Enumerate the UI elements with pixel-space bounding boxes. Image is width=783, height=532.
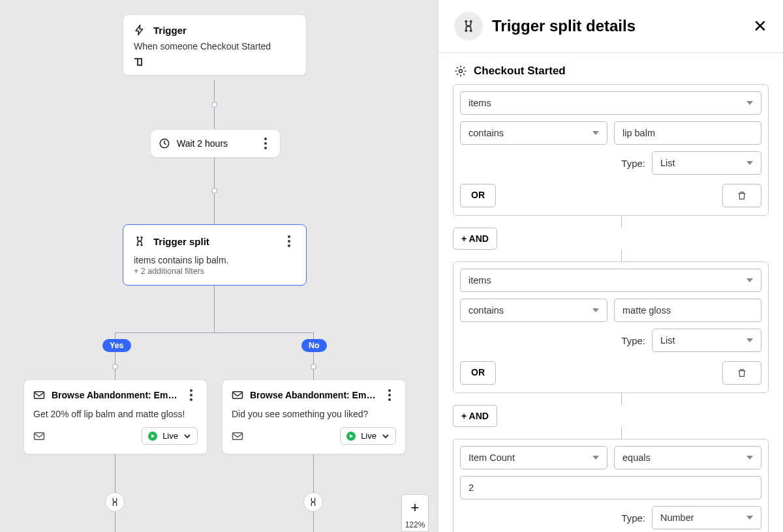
zoom-control: + 122% — [401, 494, 429, 532]
trash-icon — [737, 368, 747, 378]
email-card-yes[interactable]: Browse Abandonment: Email… Get 20% off l… — [23, 379, 207, 454]
value-input[interactable]: 2 — [460, 476, 761, 499]
split-icon — [308, 497, 318, 507]
field-select[interactable]: items — [460, 91, 761, 115]
or-button[interactable]: OR — [460, 361, 496, 385]
split-icon — [461, 19, 476, 33]
type-label: Type: — [621, 335, 645, 346]
chevron-down-icon — [746, 338, 753, 342]
lightning-icon — [134, 24, 146, 36]
email-card-no[interactable]: Browse Abandonment: Email… Did you see s… — [222, 379, 406, 454]
value-input[interactable]: lip balm — [614, 121, 761, 145]
chevron-down-icon — [592, 456, 599, 460]
connector — [115, 332, 314, 333]
filter-group: items contains lip balm Type: List OR — [453, 84, 769, 216]
trash-icon — [737, 190, 747, 201]
chevron-down-icon — [746, 161, 753, 165]
svg-rect-4 — [233, 432, 243, 439]
details-panel: Trigger split details ✕ Checkout Started… — [438, 0, 783, 532]
filter-icon — [134, 57, 143, 66]
connector-node — [211, 188, 217, 194]
zoom-percent: 122% — [405, 518, 425, 531]
chevron-down-icon — [592, 308, 599, 312]
mail-icon — [33, 431, 45, 441]
type-label: Type: — [621, 158, 645, 169]
operator-select[interactable]: contains — [460, 299, 607, 322]
chevron-down-icon — [746, 456, 753, 460]
close-button[interactable]: ✕ — [753, 16, 767, 37]
split-menu-button[interactable] — [283, 234, 296, 248]
split-node-button[interactable] — [303, 492, 323, 512]
delete-button[interactable] — [722, 184, 761, 207]
status-label: Live — [361, 431, 376, 441]
svg-rect-1 — [35, 392, 44, 399]
email-menu-button[interactable] — [185, 388, 198, 402]
branch-yes-badge: Yes — [102, 339, 131, 352]
email-desc: Did you see something you liked? — [232, 409, 396, 419]
filter-group: Item Count equals 2 Type: Number OR — [453, 439, 769, 532]
trigger-label: Trigger — [153, 25, 187, 36]
field-select[interactable]: items — [460, 269, 761, 292]
email-desc: Get 20% off lip balm and matte gloss! — [33, 409, 198, 419]
type-label: Type: — [621, 512, 645, 524]
split-desc: items contains lip balm. — [134, 255, 296, 265]
filter-group: items contains matte gloss Type: List OR — [453, 261, 769, 393]
branch-no-badge: No — [301, 339, 327, 352]
gear-icon — [454, 65, 467, 78]
play-icon — [346, 432, 356, 441]
type-select[interactable]: Number — [652, 506, 761, 529]
connector — [214, 286, 215, 332]
wait-card[interactable]: Wait 2 hours — [150, 129, 281, 158]
trigger-card[interactable]: Trigger When someone Checkout Started — [123, 14, 307, 76]
mail-icon — [232, 390, 243, 400]
chevron-down-icon — [183, 432, 191, 440]
field-select[interactable]: Item Count — [460, 446, 607, 469]
or-button[interactable]: OR — [460, 184, 496, 207]
email-title: Browse Abandonment: Email… — [250, 390, 376, 400]
trigger-split-card[interactable]: Trigger split items contains lip balm. +… — [123, 224, 307, 286]
split-node-button[interactable] — [105, 492, 125, 512]
email-title: Browse Abandonment: Email… — [52, 390, 178, 400]
type-select[interactable]: List — [652, 329, 761, 352]
svg-rect-2 — [35, 432, 44, 439]
chevron-down-icon — [382, 432, 390, 440]
chevron-down-icon — [746, 516, 753, 520]
connector-node — [211, 102, 217, 108]
connector-node — [311, 364, 316, 370]
zoom-in-button[interactable]: + — [402, 497, 428, 518]
chevron-down-icon — [746, 101, 753, 105]
split-icon — [134, 235, 146, 247]
svg-point-5 — [459, 70, 463, 73]
and-button[interactable]: + AND — [453, 405, 497, 427]
panel-title: Trigger split details — [492, 17, 636, 35]
value-input[interactable]: matte gloss — [614, 299, 761, 322]
wait-label: Wait 2 hours — [177, 138, 228, 149]
panel-icon — [454, 12, 483, 40]
clock-icon — [159, 138, 170, 149]
status-dropdown[interactable]: Live — [142, 427, 198, 445]
chevron-down-icon — [592, 131, 599, 135]
section-title: Checkout Started — [474, 65, 566, 78]
type-select[interactable]: List — [652, 151, 761, 175]
delete-button[interactable] — [722, 361, 761, 385]
mail-icon — [33, 390, 45, 400]
status-dropdown[interactable]: Live — [340, 427, 396, 445]
split-sub: + 2 additional filters — [134, 267, 296, 276]
and-button[interactable]: + AND — [453, 228, 497, 250]
mail-icon — [232, 431, 243, 441]
connector-node — [112, 364, 118, 370]
trigger-desc: When someone Checkout Started — [134, 41, 296, 52]
email-menu-button[interactable] — [383, 388, 396, 402]
play-icon — [148, 432, 157, 441]
split-icon — [110, 497, 120, 507]
status-label: Live — [162, 431, 178, 441]
operator-select[interactable]: contains — [460, 121, 607, 145]
flow-canvas[interactable]: Trigger When someone Checkout Started Wa… — [0, 0, 438, 532]
svg-rect-3 — [233, 392, 243, 399]
operator-select[interactable]: equals — [614, 446, 761, 469]
split-label: Trigger split — [153, 236, 209, 247]
chevron-down-icon — [746, 278, 753, 282]
wait-menu-button[interactable] — [259, 136, 272, 151]
